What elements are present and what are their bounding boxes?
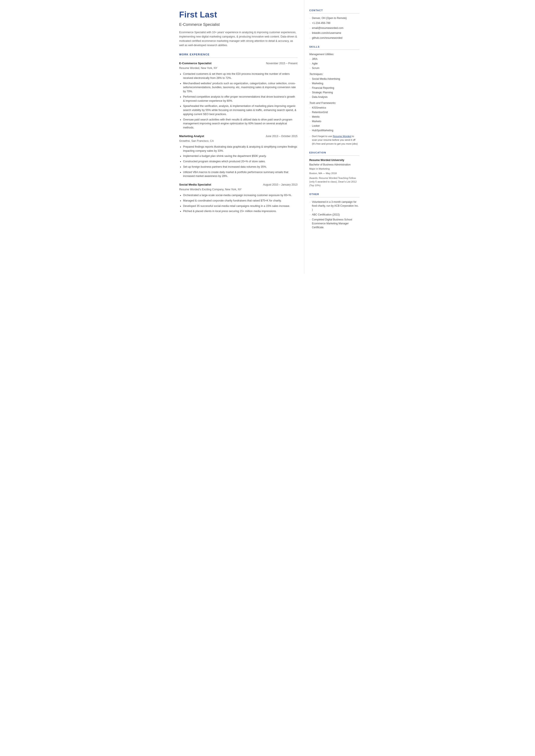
edu-school: Resume Worded University — [309, 158, 359, 162]
candidate-title: E-Commerce Specialist — [179, 22, 297, 28]
job-2: Marketing Analyst June 2013 – October 20… — [179, 134, 297, 178]
job-3-company: Resume Worded's Exciting Company, New Yo… — [179, 187, 297, 192]
list-item: Strategic Planning — [309, 91, 359, 95]
job-1-bullets: Contacted customers & set them up into t… — [179, 72, 297, 130]
skill-category-techniques: Techniques: — [309, 72, 359, 76]
other-header: OTHER — [309, 192, 359, 197]
left-column: First Last E-Commerce Specialist Ecommer… — [171, 0, 304, 274]
list-item: Constructed program strategies which pro… — [179, 159, 297, 164]
skill-list-tools: KISSmetrics RetentionGrid Metrilo Market… — [309, 106, 359, 132]
job-2-title: Marketing Analyst — [179, 134, 204, 138]
list-item: +1-234-456-789 — [309, 21, 359, 25]
education-section: EDUCATION Resume Worded University Bache… — [309, 151, 359, 187]
list-item: Scrum — [309, 66, 359, 70]
list-item: Contacted customers & set them up into t… — [179, 72, 297, 80]
candidate-name: First Last — [179, 9, 297, 21]
job-1-header: E-Commerce Specialist November 2015 – Pr… — [179, 61, 297, 66]
list-item: Set-up foreign business partners that in… — [179, 165, 297, 169]
list-item: Utilized VBA macros to create daily mark… — [179, 170, 297, 179]
job-3-header: Social Media Specialist August 2010 – Ja… — [179, 182, 297, 187]
list-item: Looker — [309, 124, 359, 128]
list-item: ABC Certification (2022) — [309, 213, 359, 216]
contact-section: CONTACT Denver, OH (Open to Remote) +1-2… — [309, 9, 359, 40]
list-item: Denver, OH (Open to Remote) — [309, 16, 359, 20]
list-item: Implemented a budget plan shrink saving … — [179, 154, 297, 158]
list-item: Completed Digital Business School Ecomme… — [309, 218, 359, 229]
list-item: Agile — [309, 62, 359, 66]
list-item: email@resumeworded.com — [309, 26, 359, 30]
edu-location-date: Boston, MA — May 2018 — [309, 172, 359, 175]
other-section: OTHER Volunteered in a 3-month campaign … — [309, 192, 359, 229]
right-column: CONTACT Denver, OH (Open to Remote) +1-2… — [304, 0, 365, 274]
job-3-dates: August 2010 – January 2013 — [263, 183, 297, 187]
job-1-company: Resume Worded, New York, NY — [179, 66, 297, 70]
list-item: Performed competitive analysis to offer … — [179, 95, 297, 103]
list-item: Marketing — [309, 81, 359, 85]
job-2-bullets: Prepared findings reports illustrating d… — [179, 145, 297, 178]
list-item: Oversaw paid search activities with thei… — [179, 118, 297, 130]
job-3: Social Media Specialist August 2010 – Ja… — [179, 182, 297, 213]
list-item: Merchandised websites' products such as … — [179, 81, 297, 94]
list-item: Managed & coordinated corporate charity … — [179, 199, 297, 203]
list-item: Social Media Advertising — [309, 77, 359, 81]
candidate-summary: Ecommerce Specialist with 10+ years' exp… — [179, 30, 297, 47]
list-item: Metrilo — [309, 115, 359, 119]
list-item: KISSmetrics — [309, 106, 359, 110]
work-experience-section: WORK EXPERIENCE E-Commerce Specialist No… — [179, 53, 297, 213]
list-item: linkedin.com/in/username — [309, 31, 359, 35]
work-experience-header: WORK EXPERIENCE — [179, 53, 297, 58]
list-item: Orchestrated a large-scale social-media … — [179, 193, 297, 197]
skill-category-management: Management Utilities: — [309, 52, 359, 56]
job-1-dates: November 2015 – Present — [266, 61, 297, 66]
list-item: Spearheaded the verification, analysis, … — [179, 104, 297, 116]
job-3-title: Social Media Specialist — [179, 182, 211, 187]
list-item: Pitched & placed clients in local press … — [179, 209, 297, 213]
job-1-title: E-Commerce Specialist — [179, 61, 211, 66]
skill-list-techniques: Social Media Advertising Marketing Finan… — [309, 77, 359, 99]
list-item: HubSpotMarketing — [309, 128, 359, 132]
contact-list: Denver, OH (Open to Remote) +1-234-456-7… — [309, 16, 359, 40]
job-1: E-Commerce Specialist November 2015 – Pr… — [179, 61, 297, 130]
list-item: Developed 35 successful social-media ret… — [179, 204, 297, 208]
list-item: github.com/resumeworded — [309, 36, 359, 40]
list-item: JIRA — [309, 57, 359, 61]
job-2-dates: June 2013 – October 2015 — [266, 134, 297, 138]
other-list: Volunteered in a 3-month campaign for fo… — [309, 200, 359, 229]
resume-worded-link[interactable]: Resume Worded — [333, 135, 351, 137]
list-item: Prepared findings reports illustrating d… — [179, 145, 297, 153]
education-header: EDUCATION — [309, 151, 359, 156]
resume-worded-note: Don't forget to use Resume Worded to sca… — [309, 134, 359, 146]
edu-degree: Bachelor of Business Administration — [309, 163, 359, 167]
skills-section: SKILLS Management Utilities: JIRA Agile … — [309, 45, 359, 146]
edu-awards: Awards: Resume Worded Teaching Fellow (o… — [309, 176, 359, 187]
contact-header: CONTACT — [309, 9, 359, 14]
job-2-company: Growthsi, San Francisco, CA — [179, 139, 297, 143]
job-2-header: Marketing Analyst June 2013 – October 20… — [179, 134, 297, 138]
list-item: Data Analysis — [309, 95, 359, 99]
edu-major: Major in Marketing — [309, 167, 359, 171]
skill-list-management: JIRA Agile Scrum — [309, 57, 359, 70]
list-item: Marketo — [309, 119, 359, 123]
list-item: Volunteered in a 3-month campaign for fo… — [309, 200, 359, 211]
note-prefix: Don't forget to use — [312, 135, 333, 137]
list-item: Financial Reporting — [309, 86, 359, 90]
skills-header: SKILLS — [309, 45, 359, 50]
skill-category-tools: Tools and Frameworks: — [309, 101, 359, 105]
list-item: RetentionGrid — [309, 110, 359, 114]
job-3-bullets: Orchestrated a large-scale social-media … — [179, 193, 297, 213]
